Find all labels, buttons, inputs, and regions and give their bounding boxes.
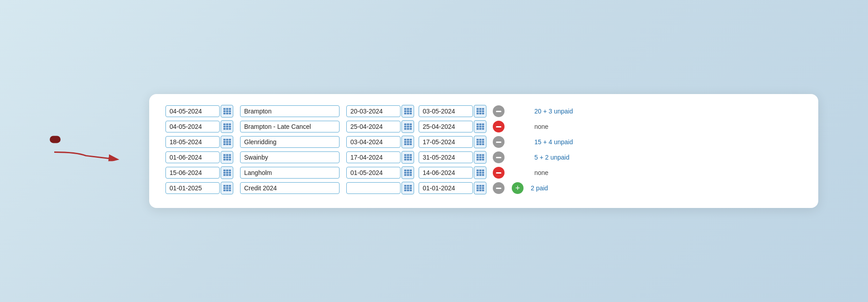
page-wrapper: 20 + 3 unpaidnone15 + 4 unpaid5 + 2 unpa… [50, 94, 818, 208]
name-input[interactable] [240, 167, 340, 179]
annotation-text [50, 136, 61, 143]
minus-icon [496, 126, 501, 127]
date1-input[interactable] [165, 167, 220, 179]
date3-input[interactable] [419, 167, 473, 179]
date2-input[interactable] [346, 151, 401, 163]
name-input[interactable] [240, 151, 340, 163]
date2-input[interactable] [346, 182, 401, 194]
calendar2-button[interactable] [401, 166, 414, 179]
calendar3-button[interactable] [474, 151, 486, 164]
table-row: none [165, 120, 802, 133]
calendar2-button[interactable] [401, 120, 414, 133]
date2-input[interactable] [346, 105, 401, 117]
name-input[interactable] [240, 105, 340, 117]
rows-container: 20 + 3 unpaidnone15 + 4 unpaid5 + 2 unpa… [165, 105, 802, 194]
annotation-container [50, 136, 122, 161]
date1-input[interactable] [165, 182, 220, 194]
date2-input[interactable] [346, 167, 401, 179]
date1-input[interactable] [165, 121, 220, 132]
booking-link[interactable]: 5 + 2 unpaid [534, 154, 569, 161]
calendar1-button[interactable] [221, 151, 233, 164]
minus-icon [496, 142, 501, 143]
date1-input[interactable] [165, 105, 220, 117]
minus-icon [496, 111, 501, 112]
table-row: none [165, 166, 802, 179]
calendar1-button[interactable] [221, 182, 233, 194]
name-input[interactable] [240, 121, 340, 132]
minus-button[interactable] [493, 105, 505, 117]
minus-button[interactable] [493, 167, 505, 179]
calendar2-button[interactable] [401, 105, 414, 118]
minus-button[interactable] [493, 121, 505, 132]
date3-input[interactable] [419, 136, 473, 148]
table-row: 20 + 3 unpaid [165, 105, 802, 118]
booking-link[interactable]: 20 + 3 unpaid [534, 108, 573, 115]
calendar2-button[interactable] [401, 182, 414, 194]
none-label: none [534, 169, 548, 176]
plus-button[interactable]: + [512, 182, 524, 194]
minus-icon [496, 188, 501, 189]
date1-input[interactable] [165, 136, 220, 148]
plus-icon: + [515, 184, 520, 192]
calendar1-button[interactable] [221, 120, 233, 133]
calendar2-button[interactable] [401, 136, 414, 148]
date3-input[interactable] [419, 182, 473, 194]
calendar1-button[interactable] [221, 166, 233, 179]
date3-input[interactable] [419, 121, 473, 132]
date2-input[interactable] [346, 121, 401, 132]
minus-icon [496, 172, 501, 174]
minus-button[interactable] [493, 182, 505, 194]
name-input[interactable] [240, 136, 340, 148]
arrow-icon [50, 143, 122, 161]
calendar3-button[interactable] [474, 182, 486, 194]
table-row: +2 paid [165, 182, 802, 194]
booking-link[interactable]: 15 + 4 unpaid [534, 138, 573, 146]
calendar3-button[interactable] [474, 136, 486, 148]
calendar3-button[interactable] [474, 120, 486, 133]
name-input[interactable] [240, 182, 340, 194]
calendar2-button[interactable] [401, 151, 414, 164]
minus-icon [496, 157, 501, 158]
date3-input[interactable] [419, 151, 473, 163]
table-row: 5 + 2 unpaid [165, 151, 802, 164]
calendar3-button[interactable] [474, 166, 486, 179]
date2-input[interactable] [346, 136, 401, 148]
calendar1-button[interactable] [221, 105, 233, 118]
booking-link[interactable]: 2 paid [531, 184, 548, 192]
table-row: 15 + 4 unpaid [165, 136, 802, 148]
date3-input[interactable] [419, 105, 473, 117]
none-label: none [534, 123, 548, 130]
minus-button[interactable] [493, 151, 505, 163]
main-card: 20 + 3 unpaidnone15 + 4 unpaid5 + 2 unpa… [149, 94, 818, 208]
calendar3-button[interactable] [474, 105, 486, 118]
date1-input[interactable] [165, 151, 220, 163]
minus-button[interactable] [493, 136, 505, 148]
calendar1-button[interactable] [221, 136, 233, 148]
